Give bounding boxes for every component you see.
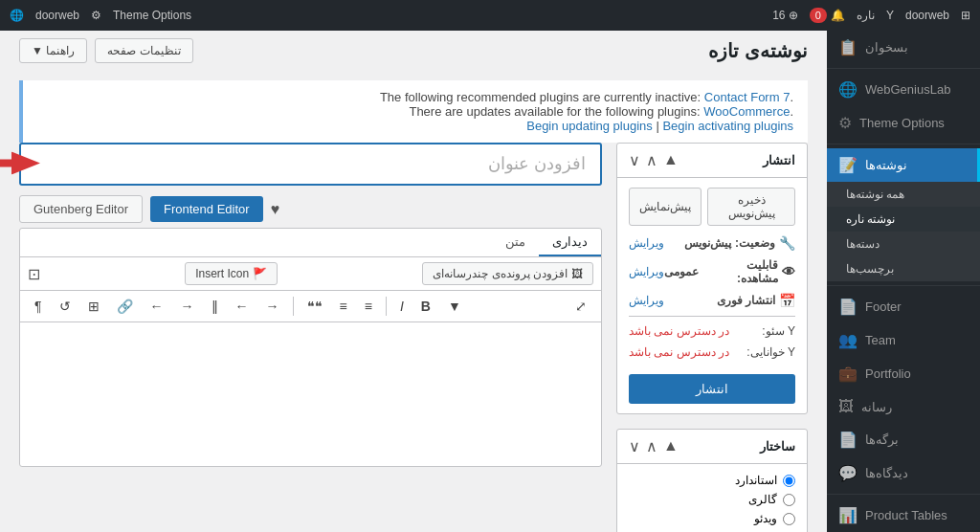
- adminbar-right: ⊞ doorweb Y ناره 🔔 0 ⊕ 16: [772, 8, 970, 23]
- toolbar-ol[interactable]: ≡: [358, 295, 379, 318]
- publish-collapse-icon[interactable]: ∨: [629, 151, 640, 169]
- sidebar-item-media[interactable]: رسانه 🖼: [827, 390, 980, 423]
- format-video-radio[interactable]: [783, 513, 795, 525]
- toolbar-link[interactable]: 🔗: [110, 295, 140, 318]
- publish-expand-icon[interactable]: ∧: [646, 151, 657, 169]
- format-box-controls: ▲ ∧ ∨: [629, 437, 679, 455]
- preview-button[interactable]: پیش‌نمایش: [629, 188, 702, 226]
- sidebar-item-categories[interactable]: دسته‌ها: [827, 232, 980, 256]
- adminbar-left: Theme Options ⚙ doorweb 🌐: [10, 9, 191, 22]
- format-collapse-icon[interactable]: ∨: [629, 437, 640, 455]
- tab-text[interactable]: متن: [492, 229, 539, 256]
- frontend-editor-btn[interactable]: Frontend Editor: [150, 196, 263, 222]
- readability-icon: Y: [788, 345, 795, 359]
- svg-rect-1: [0, 159, 13, 166]
- svg-marker-0: [11, 151, 40, 174]
- adminbar-site-link[interactable]: doorweb: [35, 9, 79, 22]
- sidebar-item-team[interactable]: Team 👥: [827, 323, 980, 357]
- sidebar-item-webgeniuslab[interactable]: WebGeniusLab 🌐: [827, 73, 980, 106]
- adminbar-site-icon[interactable]: 🌐: [10, 9, 24, 22]
- gutenberg-editor-btn[interactable]: Gutenberg Editor: [19, 195, 143, 223]
- dashboard-icon: 📋: [838, 38, 858, 56]
- toolbar-separator-2: [386, 297, 387, 316]
- sidebar-label-pages: برگه‌ها: [865, 432, 899, 447]
- toolbar-undo[interactable]: ↺: [53, 295, 78, 318]
- menu-separator-4: [827, 494, 980, 495]
- save-draft-button[interactable]: ذخیره پیش‌نویس: [707, 188, 795, 226]
- editor-content[interactable]: [20, 322, 601, 466]
- begin-updating-link[interactable]: Begin updating plugins: [526, 119, 653, 133]
- sidebar-item-theme-options[interactable]: Theme Options ⚙: [827, 106, 980, 140]
- publish-separator: [629, 316, 795, 317]
- publish-button[interactable]: انتشار: [629, 374, 795, 404]
- toolbar-indent-left[interactable]: ←: [229, 295, 256, 318]
- visibility-edit-link[interactable]: ویرایش: [629, 265, 664, 278]
- toolbar-justify[interactable]: ‖: [205, 295, 225, 318]
- begin-activating-link[interactable]: Begin activating plugins: [662, 119, 793, 133]
- woocommerce-link[interactable]: WooCommerce: [703, 104, 790, 119]
- format-up-icon[interactable]: ▲: [663, 437, 679, 455]
- sidebar-label-posts: نوشته‌ها: [865, 158, 907, 172]
- post-title-input[interactable]: [21, 144, 600, 184]
- sidebar-item-pages[interactable]: برگه‌ها 📄: [827, 423, 980, 456]
- toolbar-table[interactable]: ⊞: [81, 295, 106, 318]
- adminbar-comments[interactable]: 🔔 0: [810, 8, 845, 23]
- adminbar-wp-icon[interactable]: ⊞: [961, 9, 970, 22]
- sidebar-item-comments[interactable]: دیدگاه‌ها 💬: [827, 456, 980, 490]
- contact-form-link[interactable]: Contact Form 7: [704, 90, 791, 104]
- heart-btn[interactable]: ♥: [271, 201, 280, 218]
- help-button[interactable]: راهنما ▼: [19, 38, 87, 63]
- toolbar-italic[interactable]: I: [393, 295, 411, 318]
- editor-tabs: دیداری متن: [20, 229, 601, 257]
- adminbar-nare[interactable]: ناره: [857, 9, 875, 22]
- adminbar-gear-icon[interactable]: ⚙: [91, 9, 101, 22]
- publish-up-icon[interactable]: ▲: [663, 151, 679, 169]
- sidebar-item-tags[interactable]: برچسب‌ها: [827, 256, 980, 281]
- readability-value: در دسترس نمی باشد: [629, 345, 729, 359]
- notification-text-1: The following recommended plugins are cu…: [37, 90, 793, 104]
- toolbar-more[interactable]: ▼: [441, 295, 468, 318]
- adminbar-site-name[interactable]: doorweb: [905, 9, 949, 22]
- sidebar-label-product-tables: Product Tables: [865, 508, 947, 522]
- format-standard-radio[interactable]: [783, 475, 795, 487]
- adminbar-updates[interactable]: ⊕ 16: [772, 9, 798, 22]
- toolbar-indent-right[interactable]: →: [259, 295, 286, 318]
- toolbar-fullscreen[interactable]: ⤢: [568, 295, 593, 318]
- adminbar-y-icon[interactable]: Y: [886, 9, 894, 22]
- visibility-label: 👁 قابلیت مشاهده: عمومی: [664, 258, 795, 285]
- format-expand-icon[interactable]: ∧: [646, 437, 657, 455]
- admin-sidebar: بسخوان 📋 WebGeniusLab 🌐 Theme Options ⚙ …: [827, 31, 980, 532]
- wp-body: نوشته‌ی تازه تنظیمات صفحه راهنما ▼ The f…: [0, 31, 827, 532]
- page-header: نوشته‌ی تازه تنظیمات صفحه راهنما ▼: [0, 31, 827, 71]
- publish-date-text: انتشار فوری: [717, 294, 775, 307]
- format-box: ساختار ▲ ∧ ∨ استاندارد: [616, 429, 808, 532]
- adminbar-theme-options[interactable]: Theme Options: [113, 9, 191, 22]
- tab-visual[interactable]: دیداری: [539, 229, 601, 256]
- seo-label-text: سئو:: [762, 324, 784, 338]
- toolbar-paragraph[interactable]: ¶: [28, 295, 49, 318]
- sidebar-item-all-posts[interactable]: همه نوشته‌ها: [827, 182, 980, 207]
- sidebar-item-portfolio[interactable]: Portfolio 💼: [827, 357, 980, 390]
- sidebar-item-new-post[interactable]: نوشته ناره: [827, 207, 980, 232]
- add-media-button[interactable]: 🖼 افزودن پرونده‌ی چندرسانه‌ای: [422, 262, 593, 285]
- readability-label: Y خوانایی:: [746, 345, 795, 359]
- collapse-icon[interactable]: ⊡: [28, 265, 40, 283]
- publish-box-header: انتشار ▲ ∧ ∨: [617, 144, 807, 178]
- publish-date-edit-link[interactable]: ویرایش: [629, 294, 664, 307]
- seo-value: در دسترس نمی باشد: [629, 324, 729, 338]
- sidebar-item-dashboard[interactable]: بسخوان 📋: [827, 31, 980, 64]
- toolbar-blockquote[interactable]: ❝❝: [301, 295, 329, 318]
- sidebar-item-footer[interactable]: Footer 📄: [827, 290, 980, 323]
- status-icon: 🔧: [779, 235, 795, 251]
- toolbar-bold[interactable]: B: [414, 295, 437, 318]
- toolbar-align-left[interactable]: ←: [144, 295, 170, 318]
- arrow-indicator: [0, 151, 40, 177]
- settings-button[interactable]: تنظیمات صفحه: [95, 38, 192, 63]
- sidebar-item-product-tables[interactable]: Product Tables 📊: [827, 499, 980, 532]
- toolbar-ul[interactable]: ≡: [333, 295, 354, 318]
- toolbar-align-right[interactable]: →: [174, 295, 201, 318]
- insert-icon-button[interactable]: 🚩 Insert Icon: [185, 262, 278, 285]
- status-edit-link[interactable]: ویرایش: [629, 236, 664, 250]
- format-gallery-radio[interactable]: [783, 494, 795, 506]
- sidebar-item-posts[interactable]: نوشته‌ها 📝: [827, 148, 980, 182]
